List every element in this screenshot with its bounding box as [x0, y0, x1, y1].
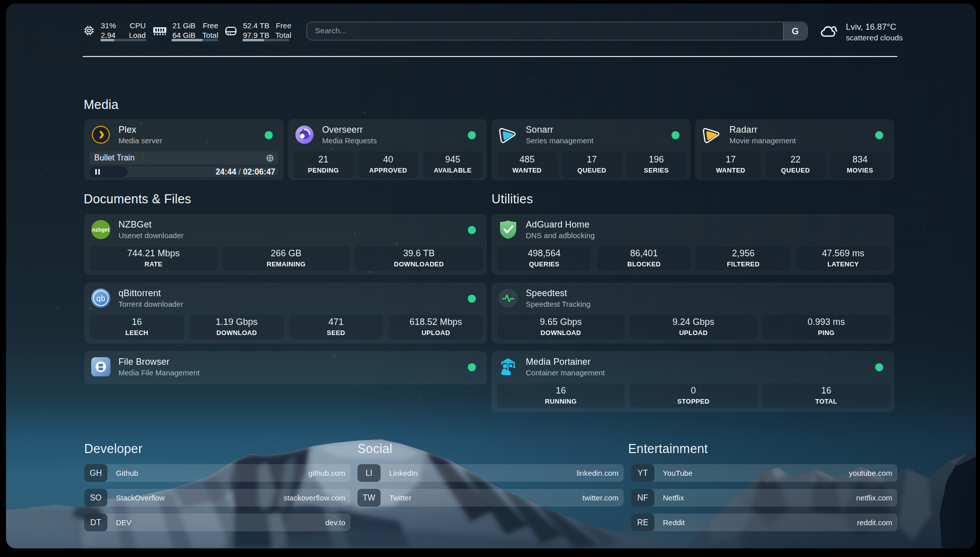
svg-text:nzbget: nzbget [92, 227, 109, 233]
svg-text:qb: qb [96, 294, 105, 303]
